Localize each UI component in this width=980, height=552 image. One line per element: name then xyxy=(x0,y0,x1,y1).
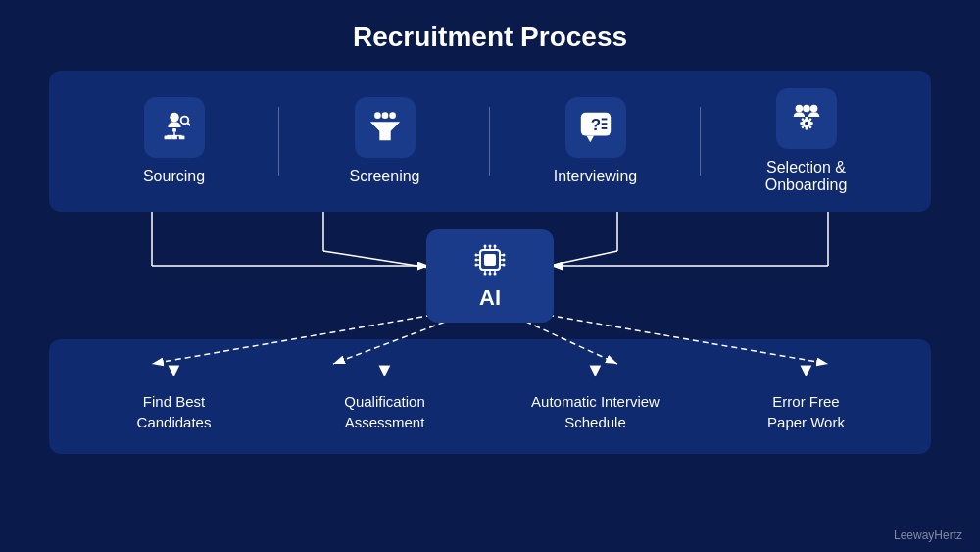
svg-point-21 xyxy=(803,105,810,113)
screening-label: Screening xyxy=(349,168,419,185)
svg-point-58 xyxy=(494,245,497,248)
svg-point-67 xyxy=(503,264,506,267)
qualification-label: QualificationAssessment xyxy=(344,391,425,432)
svg-rect-4 xyxy=(164,136,171,140)
svg-point-19 xyxy=(795,105,803,113)
svg-point-61 xyxy=(494,273,497,276)
process-item-screening: Screening xyxy=(279,97,490,185)
svg-rect-24 xyxy=(805,117,808,120)
svg-point-63 xyxy=(475,259,478,262)
svg-point-10 xyxy=(381,112,388,119)
svg-point-62 xyxy=(475,254,478,257)
svg-point-20 xyxy=(809,105,817,113)
error-free-label: Error FreePaper Work xyxy=(767,391,845,432)
top-process-panel: Sourcing Screening ? xyxy=(49,71,931,212)
svg-point-9 xyxy=(374,112,381,119)
page-title: Recruitment Process xyxy=(0,0,980,71)
svg-point-65 xyxy=(503,254,506,257)
sourcing-label: Sourcing xyxy=(143,168,205,185)
svg-point-60 xyxy=(489,273,492,276)
svg-point-23 xyxy=(805,122,808,125)
ai-box: AI xyxy=(426,229,554,323)
svg-point-64 xyxy=(475,264,478,267)
find-best-label: Find BestCandidates xyxy=(137,391,212,432)
svg-point-0 xyxy=(170,113,179,123)
process-item-interviewing: ? Interviewing xyxy=(490,97,701,185)
interview-schedule-label: Automatic InterviewSchedule xyxy=(531,391,660,432)
svg-rect-26 xyxy=(800,122,803,125)
ai-label: AI xyxy=(479,285,501,311)
svg-rect-6 xyxy=(178,136,184,140)
svg-marker-12 xyxy=(369,122,399,140)
svg-rect-1 xyxy=(172,128,176,132)
selection-icon-box xyxy=(776,88,837,149)
sourcing-icon xyxy=(156,109,193,146)
interviewing-icon: ? xyxy=(577,109,614,146)
svg-marker-14 xyxy=(586,136,594,143)
svg-rect-27 xyxy=(809,122,812,125)
process-item-selection: Selection &Onboarding xyxy=(701,88,911,194)
svg-point-56 xyxy=(484,245,487,248)
svg-point-66 xyxy=(503,259,506,262)
svg-rect-5 xyxy=(172,136,177,140)
sourcing-icon-box xyxy=(144,97,205,158)
svg-point-7 xyxy=(180,117,188,125)
selection-icon xyxy=(788,100,825,137)
interviewing-icon-box: ? xyxy=(565,97,626,158)
screening-icon-box xyxy=(355,97,416,158)
svg-line-8 xyxy=(187,123,190,125)
interviewing-label: Interviewing xyxy=(554,168,637,185)
svg-point-59 xyxy=(484,273,487,276)
process-item-sourcing: Sourcing xyxy=(69,97,279,185)
screening-icon xyxy=(367,109,404,146)
svg-rect-25 xyxy=(805,127,808,130)
selection-label: Selection &Onboarding xyxy=(765,159,848,194)
svg-text:?: ? xyxy=(590,116,600,134)
svg-point-57 xyxy=(489,245,492,248)
watermark: LeewayHertz xyxy=(894,528,962,542)
ai-chip-icon xyxy=(470,240,510,279)
svg-rect-43 xyxy=(484,254,496,266)
svg-point-11 xyxy=(389,112,396,119)
